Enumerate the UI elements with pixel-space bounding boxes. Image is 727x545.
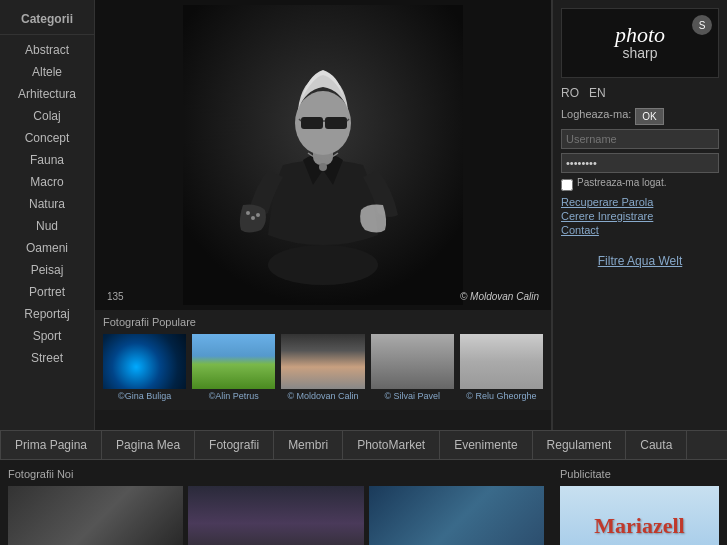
nav-item-membri[interactable]: Membri (274, 431, 343, 459)
popular-photo-1[interactable]: ©Gina Buliga (103, 334, 186, 404)
logo-sharp: sharp (615, 46, 665, 61)
new-photo-2[interactable] (188, 486, 363, 545)
nav-item-evenimente[interactable]: Evenimente (440, 431, 532, 459)
bottom-section: Fotografii Noi Publicitate Mariazell (0, 460, 727, 545)
new-thumb-1 (8, 486, 183, 545)
new-photo-1[interactable] (8, 486, 183, 545)
sidebar-item-abstract[interactable]: Abstract (0, 39, 94, 61)
popular-photos-row: ©Gina Buliga ©Alin Petrus © Moldovan Cal… (103, 334, 543, 404)
logo-area: photo sharp S (561, 8, 719, 78)
svg-rect-5 (301, 117, 323, 129)
sidebar-item-arhitectura[interactable]: Arhitectura (0, 83, 94, 105)
popular-thumb-3 (281, 334, 364, 389)
nav-item-fotografii[interactable]: Fotografii (195, 431, 274, 459)
sidebar-item-street[interactable]: Street (0, 347, 94, 369)
new-photos-title: Fotografii Noi (8, 468, 544, 480)
svg-rect-6 (325, 117, 347, 129)
remember-row: Pastreaza-ma logat. (561, 177, 719, 192)
popular-photo-3[interactable]: © Moldovan Calin (281, 334, 364, 404)
login-section: Logheaza-ma: OK Pastreaza-ma logat. Recu… (561, 108, 719, 238)
logo-photo: photo (615, 24, 665, 46)
login-label: Logheaza-ma: (561, 108, 631, 121)
nav-item-prima-pagina[interactable]: Prima Pagina (0, 431, 102, 459)
sidebar-item-concept[interactable]: Concept (0, 127, 94, 149)
register-link[interactable]: Cerere Inregistrare (561, 210, 719, 222)
popular-section-title: Fotografii Populare (103, 316, 543, 328)
nav-item-cauta[interactable]: Cauta (626, 431, 687, 459)
username-input[interactable] (561, 129, 719, 149)
popular-thumb-2 (192, 334, 275, 389)
photo-number: 135 (107, 291, 124, 302)
remember-checkbox[interactable] (561, 179, 573, 191)
login-links: Recuperare Parola Cerere Inregistrare Co… (561, 196, 719, 236)
svg-point-2 (268, 245, 378, 285)
recover-password-link[interactable]: Recuperare Parola (561, 196, 719, 208)
sidebar-item-macro[interactable]: Macro (0, 171, 94, 193)
svg-point-13 (256, 213, 260, 217)
ad-text: Mariazell (594, 513, 684, 539)
sidebar-item-reportaj[interactable]: Reportaj (0, 303, 94, 325)
sidebar-item-nud[interactable]: Nud (0, 215, 94, 237)
sidebar-item-natura[interactable]: Natura (0, 193, 94, 215)
new-thumb-2 (188, 486, 363, 545)
login-ok-button[interactable]: OK (635, 108, 663, 125)
new-photos-grid (8, 486, 544, 545)
new-thumb-3 (369, 486, 544, 545)
sidebar-item-fauna[interactable]: Fauna (0, 149, 94, 171)
sidebar-item-altele[interactable]: Altele (0, 61, 94, 83)
password-input[interactable] (561, 153, 719, 173)
popular-photo-2[interactable]: ©Alin Petrus (192, 334, 275, 404)
sidebar: Categorii AbstractAlteleArhitecturaColaj… (0, 0, 95, 430)
sidebar-item-portret[interactable]: Portret (0, 281, 94, 303)
main-wrapper: Categorii AbstractAlteleArhitecturaColaj… (0, 0, 727, 545)
nav-bar: Prima PaginaPagina MeaFotografiiMembriPh… (0, 430, 727, 460)
popular-author-1: ©Gina Buliga (103, 391, 186, 401)
popular-section: Fotografii Populare ©Gina Buliga ©Alin P… (95, 310, 551, 410)
sidebar-item-colaj[interactable]: Colaj (0, 105, 94, 127)
logo-icon: S (692, 15, 712, 35)
ad-title: Publicitate (560, 468, 719, 480)
lang-en[interactable]: EN (589, 86, 606, 100)
popular-thumb-5 (460, 334, 543, 389)
popular-photo-5[interactable]: © Relu Gheorghe (460, 334, 543, 404)
main-photo-image (183, 5, 463, 305)
sidebar-title: Categorii (0, 8, 94, 35)
svg-point-11 (246, 211, 250, 215)
ad-box[interactable]: Mariazell (560, 486, 719, 545)
nav-item-photomarket[interactable]: PhotoMarket (343, 431, 440, 459)
sidebar-item-peisaj[interactable]: Peisaj (0, 259, 94, 281)
photo-credit: © Moldovan Calin (460, 291, 539, 302)
svg-point-10 (319, 163, 327, 171)
popular-author-3: © Moldovan Calin (281, 391, 364, 401)
lang-ro[interactable]: RO (561, 86, 579, 100)
new-photo-3[interactable] (369, 486, 544, 545)
popular-thumb-1 (103, 334, 186, 389)
nav-item-regulament[interactable]: Regulament (533, 431, 627, 459)
sidebar-item-oameni[interactable]: Oameni (0, 237, 94, 259)
popular-thumb-4 (371, 334, 454, 389)
main-photo-area[interactable]: © Moldovan Calin 135 (95, 0, 551, 310)
nav-item-pagina-mea[interactable]: Pagina Mea (102, 431, 195, 459)
popular-author-4: © Silvai Pavel (371, 391, 454, 401)
top-section: Categorii AbstractAlteleArhitecturaColaj… (0, 0, 727, 430)
login-header-row: Logheaza-ma: OK (561, 108, 719, 125)
center-content: © Moldovan Calin 135 Fotografii Populare… (95, 0, 552, 430)
language-row: RO EN (561, 86, 719, 100)
contact-link[interactable]: Contact (561, 224, 719, 236)
popular-author-2: ©Alin Petrus (192, 391, 275, 401)
filtre-link[interactable]: Filtre Aqua Welt (561, 254, 719, 268)
new-photos-section: Fotografii Noi (0, 460, 552, 545)
svg-point-12 (251, 216, 255, 220)
popular-photo-4[interactable]: © Silvai Pavel (371, 334, 454, 404)
sidebar-item-sport[interactable]: Sport (0, 325, 94, 347)
popular-author-5: © Relu Gheorghe (460, 391, 543, 401)
ad-section: Publicitate Mariazell (552, 460, 727, 545)
remember-label: Pastreaza-ma logat. (577, 177, 667, 188)
right-sidebar: photo sharp S RO EN Logheaza-ma: OK (552, 0, 727, 430)
